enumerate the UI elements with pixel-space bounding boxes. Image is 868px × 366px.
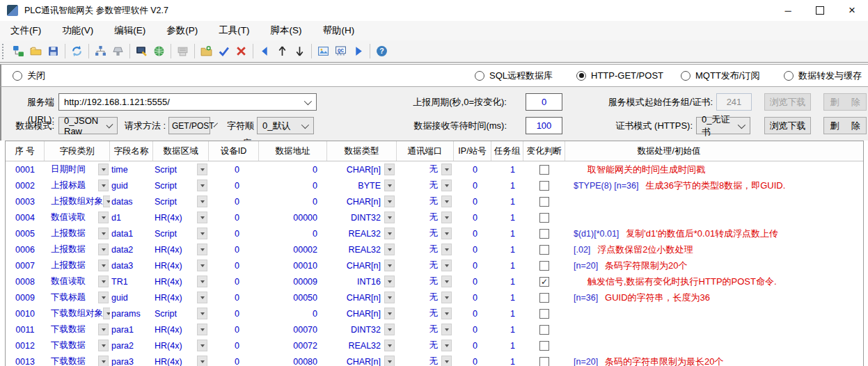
cell-device-id[interactable]: 0 <box>209 193 259 209</box>
cell-station[interactable]: 0 <box>454 305 491 321</box>
dropdown-button[interactable] <box>98 244 109 255</box>
cell-process[interactable] <box>565 209 863 225</box>
new-task-icon[interactable] <box>198 42 215 60</box>
cell-data-area[interactable]: Script <box>153 177 209 193</box>
cell-data-type[interactable]: INT16 <box>327 273 397 289</box>
request-method-combobox[interactable]: GET/POST <box>168 117 210 134</box>
chevron-down-icon[interactable] <box>304 97 312 104</box>
dropdown-button[interactable] <box>197 212 207 223</box>
cell-task-group[interactable]: 1 <box>491 225 523 241</box>
cell-seq[interactable]: 0008 <box>6 273 45 289</box>
cell-data-area[interactable]: Script <box>153 305 209 321</box>
cell-field-name[interactable]: guid <box>110 177 153 193</box>
cell-data-address[interactable]: 00050 <box>259 289 327 305</box>
dropdown-button[interactable] <box>197 228 207 239</box>
cell-data-type[interactable]: CHAR[n] <box>327 305 397 321</box>
change-detect-checkbox[interactable] <box>539 341 549 351</box>
change-detect-checkbox[interactable] <box>539 261 549 271</box>
image-view-icon[interactable] <box>315 42 332 60</box>
cell-data-area[interactable]: HR(4x) <box>153 209 209 225</box>
cell-data-type[interactable]: DINT32 <box>327 209 397 225</box>
cell-task-group[interactable]: 1 <box>491 209 523 225</box>
dropdown-button[interactable] <box>384 164 395 175</box>
menu-item-5[interactable]: 工具(T) <box>208 21 260 40</box>
cell-comm-port[interactable]: 无 <box>397 353 454 366</box>
cell-station[interactable]: 0 <box>454 161 491 177</box>
change-detect-checkbox[interactable] <box>539 309 549 319</box>
cell-process[interactable]: [n=20]条码的字符串限制为最长20个 <box>565 353 863 366</box>
cell-station[interactable]: 0 <box>454 337 491 353</box>
cell-data-area[interactable]: Script <box>153 225 209 241</box>
cell-data-address[interactable]: 00080 <box>259 353 327 366</box>
delete-button-cert2[interactable]: 删 除 <box>823 117 867 134</box>
menu-item-2[interactable]: 功能(V) <box>52 21 104 40</box>
cell-task-group[interactable]: 1 <box>491 321 523 337</box>
dropdown-button[interactable] <box>384 244 395 255</box>
cell-field-name[interactable]: data2 <box>110 241 153 257</box>
cell-data-area[interactable]: HR(4x) <box>153 241 209 257</box>
cell-process[interactable]: $TYPE(8) [n=36]生成36字节的类型8数据，即GUID. <box>565 177 863 193</box>
dropdown-button[interactable] <box>197 340 207 351</box>
cell-station[interactable]: 0 <box>454 289 491 305</box>
dropdown-button[interactable] <box>197 292 207 303</box>
close-button[interactable]: × <box>836 0 868 21</box>
serial-port-icon[interactable] <box>109 42 127 60</box>
dropdown-button[interactable] <box>441 164 452 175</box>
cell-category[interactable]: 上报数组对象 <box>45 193 110 209</box>
dropdown-button[interactable] <box>384 340 395 351</box>
cell-data-type[interactable]: DINT32 <box>327 321 397 337</box>
cell-comm-port[interactable]: 无 <box>397 225 454 241</box>
cell-data-type[interactable]: CHAR[n] <box>327 193 397 209</box>
cell-data-type[interactable]: CHAR[n] <box>327 161 397 177</box>
cell-process[interactable]: [.02]浮点数保留2位小数处理 <box>565 241 863 257</box>
move-down-icon[interactable] <box>291 42 308 60</box>
cell-seq[interactable]: 0005 <box>6 225 45 241</box>
cell-process[interactable] <box>565 337 863 353</box>
dropdown-button[interactable] <box>441 260 452 271</box>
cell-category[interactable]: 下载数组对象 <box>45 305 110 321</box>
cell-seq[interactable]: 0006 <box>6 241 45 257</box>
cell-device-id[interactable]: 0 <box>209 289 259 305</box>
network-config-icon[interactable] <box>10 42 27 60</box>
cell-data-area[interactable]: HR(4x) <box>153 273 209 289</box>
cell-seq[interactable]: 0001 <box>6 161 45 177</box>
dropdown-button[interactable] <box>441 356 452 366</box>
cell-data-type[interactable]: CHAR[n] <box>327 353 397 366</box>
cell-device-id[interactable]: 0 <box>209 305 259 321</box>
cell-task-group[interactable]: 1 <box>491 161 523 177</box>
cell-device-id[interactable]: 0 <box>209 273 259 289</box>
cell-data-type[interactable]: REAL32 <box>327 337 397 353</box>
dropdown-button[interactable] <box>197 244 207 255</box>
cell-field-name[interactable]: datas <box>110 193 153 209</box>
apply-icon[interactable] <box>215 42 232 60</box>
cell-data-address[interactable]: 00070 <box>259 321 327 337</box>
cell-data-area[interactable]: Script <box>153 161 209 177</box>
dropdown-button[interactable] <box>384 308 395 319</box>
toolbar-grip[interactable] <box>2 44 6 59</box>
menu-item-6[interactable]: 脚本(S) <box>260 21 313 40</box>
cell-category[interactable]: 数值读取 <box>45 209 110 225</box>
dropdown-button[interactable] <box>98 356 109 366</box>
cell-category[interactable]: 上报数据 <box>45 241 110 257</box>
dropdown-button[interactable] <box>98 324 109 335</box>
cell-category[interactable]: 下载标题 <box>45 289 110 305</box>
dropdown-button[interactable] <box>197 196 207 207</box>
change-detect-checkbox[interactable] <box>539 181 549 191</box>
cell-task-group[interactable]: 1 <box>491 273 523 289</box>
chevron-down-icon[interactable] <box>738 120 745 128</box>
cell-category[interactable]: 下载数据 <box>45 321 110 337</box>
dropdown-button[interactable] <box>441 292 452 303</box>
nav-left-icon[interactable] <box>256 42 274 60</box>
cancel-icon[interactable] <box>232 42 250 60</box>
cell-station[interactable]: 0 <box>454 193 491 209</box>
cell-device-id[interactable]: 0 <box>209 241 259 257</box>
cell-device-id[interactable]: 0 <box>209 209 259 225</box>
dropdown-button[interactable] <box>441 308 452 319</box>
cell-process[interactable] <box>565 305 863 321</box>
cell-data-address[interactable]: 00000 <box>259 209 327 225</box>
browse-download-button-cert2[interactable]: 浏览下载 <box>764 117 811 134</box>
cell-data-area[interactable]: HR(4x) <box>153 257 209 273</box>
save-icon[interactable] <box>45 42 62 60</box>
menu-item-3[interactable]: 编辑(E) <box>104 21 156 40</box>
cell-category[interactable]: 数值读取 <box>45 273 110 289</box>
